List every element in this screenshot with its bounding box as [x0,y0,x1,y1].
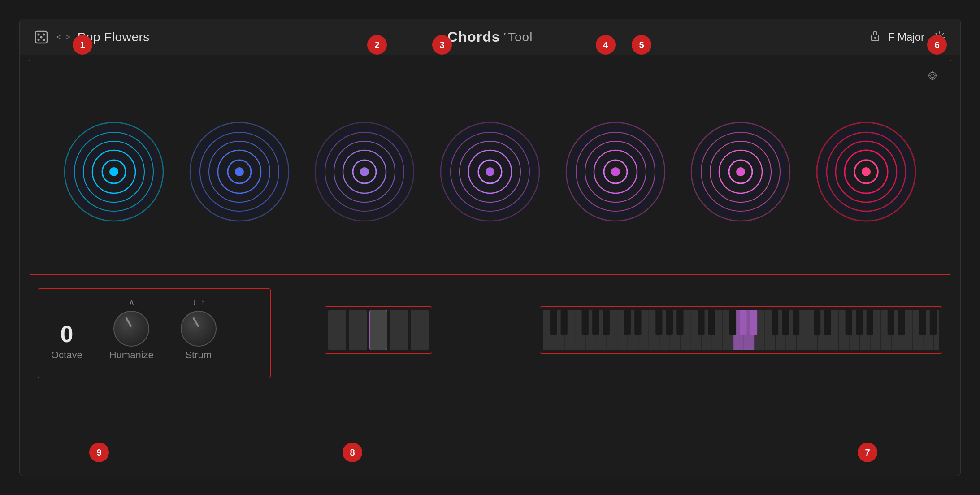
lock-icon[interactable] [870,30,880,44]
svg-rect-144 [782,310,789,335]
settings-icon[interactable] [932,30,947,44]
humanize-label: Humanize [109,349,154,361]
target-icon [927,70,938,83]
app-container: 1 2 3 4 5 6 9 8 7 < > Pop Flowers [19,19,961,476]
chord-pad-1[interactable] [62,120,165,223]
piano-svg [543,310,939,350]
piano-wrapper [540,306,942,354]
humanize-control: ∧ Humanize [109,297,154,361]
octave-selector [325,306,432,354]
chord-pad-2[interactable] [188,120,291,223]
controls-area: 0 Octave ∧ Humanize ↓ ↑ [38,288,271,378]
svg-point-67 [611,167,620,176]
nav-prev[interactable]: < [55,32,62,42]
svg-rect-138 [698,310,704,335]
humanize-knob[interactable] [113,311,149,347]
logo-apostrophe: ' [503,30,505,44]
strum-arrows: ↓ ↑ [192,298,205,307]
svg-point-24 [109,167,118,176]
strum-label: Strum [185,349,212,361]
humanize-arrow: ∧ [129,297,134,307]
svg-rect-151 [888,310,894,335]
chord-pad-3[interactable] [313,120,416,223]
svg-rect-129 [561,310,568,335]
oct-key-4[interactable] [390,310,408,350]
octave-label: Octave [51,349,82,361]
svg-point-47 [360,167,369,176]
svg-rect-136 [666,310,673,335]
svg-point-9 [929,72,936,79]
svg-rect-143 [772,310,778,335]
octave-control: 0 Octave [51,322,82,361]
tool-text: Tool [508,30,533,44]
piano-keys [543,310,939,350]
header: < > Pop Flowers Chords ' Tool F Major [20,19,960,55]
svg-rect-132 [603,310,610,335]
svg-point-3 [38,39,40,41]
nav-next[interactable]: > [64,32,72,42]
strum-control: ↓ ↑ Strum [181,298,217,361]
svg-rect-140 [729,310,736,335]
svg-point-7 [874,37,876,39]
svg-rect-130 [582,310,589,335]
key-display[interactable]: F Major [888,31,924,43]
svg-rect-142 [750,310,757,335]
svg-rect-149 [856,310,863,335]
svg-rect-145 [793,310,799,335]
svg-point-10 [931,74,934,78]
svg-rect-147 [824,310,831,335]
svg-point-57 [486,167,494,176]
svg-rect-146 [814,310,820,335]
chord-pad-5[interactable] [564,120,667,223]
svg-rect-134 [634,310,641,335]
octave-value: 0 [60,322,73,346]
controls: 0 Octave ∧ Humanize ↓ ↑ [38,288,271,370]
svg-rect-137 [676,310,683,335]
svg-rect-139 [708,310,715,335]
header-right: F Major [870,30,947,44]
svg-rect-153 [919,310,926,335]
preset-name[interactable]: Pop Flowers [78,30,150,44]
chords-logo: Chords [447,29,500,45]
svg-point-5 [40,36,43,38]
svg-point-1 [38,33,40,35]
strum-arrow-down: ↓ [192,298,196,307]
chord-pad-7[interactable] [815,120,918,223]
strum-arrow-up: ↑ [201,298,205,307]
svg-rect-152 [898,310,905,335]
oct-key-3[interactable] [369,310,387,350]
header-center: Chords ' Tool [447,29,533,45]
main-content: 0 Octave ∧ Humanize ↓ ↑ [20,55,960,476]
svg-rect-150 [867,310,873,335]
oct-key-5[interactable] [411,310,429,350]
svg-rect-131 [592,310,599,335]
svg-rect-154 [930,310,937,335]
header-left: < > Pop Flowers [33,29,150,45]
svg-rect-135 [655,310,662,335]
svg-point-4 [43,39,45,41]
nav-arrows: < > [55,32,72,42]
chord-pads [33,64,947,279]
oct-key-2[interactable] [349,310,367,350]
svg-point-87 [862,167,871,176]
svg-point-37 [235,167,244,176]
svg-rect-141 [740,310,746,335]
piano-keyboard [540,306,942,354]
svg-point-2 [43,33,45,35]
svg-point-8 [938,35,941,39]
svg-point-77 [736,167,745,176]
keyboard-section [325,288,942,354]
svg-rect-128 [550,310,557,335]
dice-icon[interactable] [33,29,49,45]
oct-key-1[interactable] [328,310,346,350]
bottom-section: 0 Octave ∧ Humanize ↓ ↑ [33,279,947,414]
octave-connector [432,330,540,330]
svg-rect-148 [846,310,852,335]
strum-knob[interactable] [181,311,217,347]
chord-pad-4[interactable] [438,120,542,223]
keyboard-row [325,306,942,354]
svg-rect-133 [624,310,631,335]
octave-selector-wrapper [325,306,432,354]
chord-pad-6[interactable] [689,120,792,223]
